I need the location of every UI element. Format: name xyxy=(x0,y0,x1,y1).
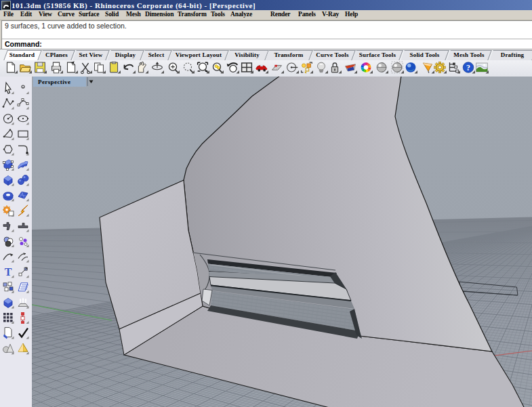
svg-text:T: T xyxy=(5,266,12,278)
svg-text:?: ? xyxy=(466,63,470,72)
svg-text:Perspective: Perspective xyxy=(38,79,70,85)
